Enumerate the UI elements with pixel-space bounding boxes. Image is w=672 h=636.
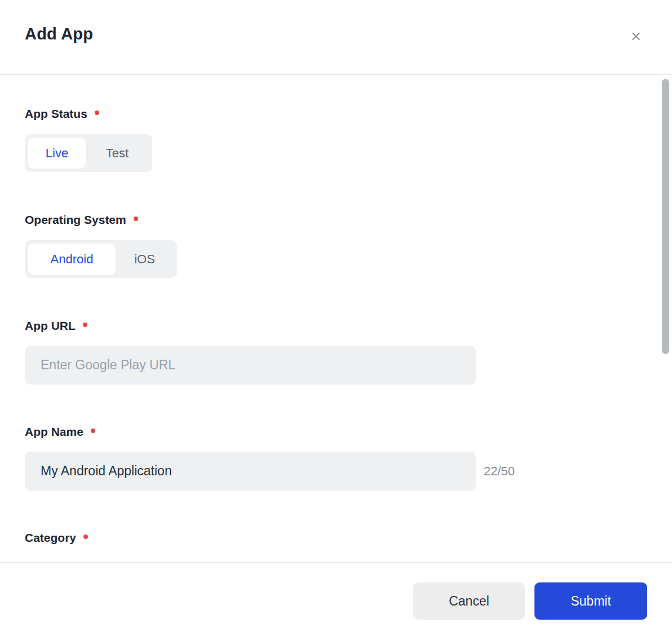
scrollbar-thumb[interactable] — [662, 79, 669, 354]
app-name-input[interactable] — [25, 452, 476, 491]
required-dot — [83, 535, 88, 539]
cancel-button[interactable]: Cancel — [413, 582, 525, 620]
app-url-input[interactable] — [25, 346, 476, 385]
os-option-ios[interactable]: iOS — [116, 244, 174, 275]
app-name-label: App Name — [25, 425, 95, 439]
app-status-label: App Status — [25, 107, 99, 121]
header-divider — [0, 74, 672, 75]
app-name-label-text: App Name — [25, 425, 83, 439]
app-url-label: App URL — [25, 319, 87, 333]
app-status-label-text: App Status — [25, 107, 87, 121]
required-dot — [83, 323, 87, 327]
operating-system-segmented-control: Android iOS — [25, 240, 177, 278]
footer-divider — [0, 562, 672, 563]
operating-system-label: Operating System — [25, 213, 138, 227]
modal-title: Add App — [25, 25, 93, 43]
category-label-text: Category — [25, 531, 76, 545]
category-label: Category — [25, 531, 88, 545]
char-counter: 22/50 — [484, 452, 515, 491]
submit-button[interactable]: Submit — [534, 582, 647, 620]
app-status-option-test[interactable]: Test — [86, 138, 149, 169]
app-status-option-live[interactable]: Live — [28, 138, 86, 169]
close-icon[interactable]: × — [624, 24, 648, 48]
operating-system-label-text: Operating System — [25, 213, 126, 227]
app-status-segmented-control: Live Test — [25, 134, 152, 172]
os-option-android[interactable]: Android — [28, 244, 116, 275]
required-dot — [91, 429, 95, 433]
required-dot — [95, 111, 99, 115]
required-dot — [134, 217, 138, 221]
app-url-label-text: App URL — [25, 319, 76, 333]
